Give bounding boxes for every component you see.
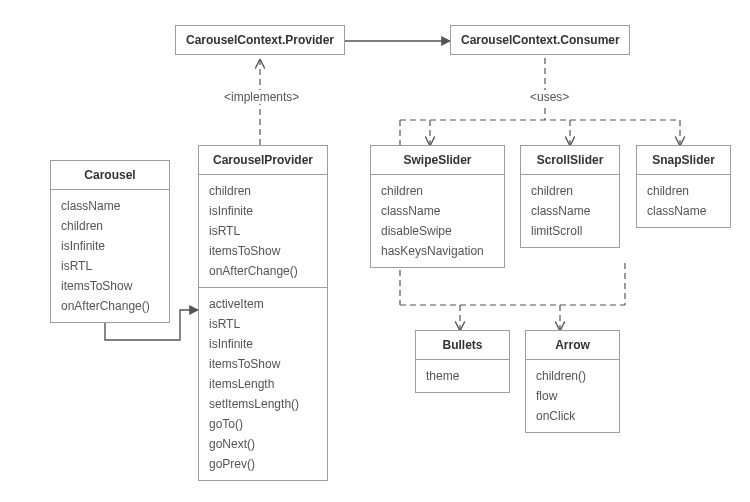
prop: children xyxy=(381,181,494,201)
prop: isInfinite xyxy=(209,334,317,354)
label-implements: <implements> xyxy=(222,90,301,104)
node-props: theme xyxy=(416,360,509,392)
node-props: children className xyxy=(637,175,730,227)
prop: className xyxy=(531,201,609,221)
prop: onAfterChange() xyxy=(61,296,159,316)
prop: isRTL xyxy=(209,221,317,241)
prop: goNext() xyxy=(209,434,317,454)
node-props: children() flow onClick xyxy=(526,360,619,432)
node-title: SnapSlider xyxy=(637,146,730,175)
prop: children xyxy=(61,216,159,236)
node-props: children className disableSwipe hasKeysN… xyxy=(371,175,504,267)
node-carousel: Carousel className children isInfinite i… xyxy=(50,160,170,323)
prop: flow xyxy=(536,386,609,406)
node-carousel-provider: CarouselProvider children isInfinite isR… xyxy=(198,145,328,481)
node-title: Arrow xyxy=(526,331,619,360)
prop: theme xyxy=(426,366,499,386)
node-arrow: Arrow children() flow onClick xyxy=(525,330,620,433)
prop: onAfterChange() xyxy=(209,261,317,281)
prop: children xyxy=(647,181,720,201)
prop: children() xyxy=(536,366,609,386)
prop: itemsLength xyxy=(209,374,317,394)
prop: itemsToShow xyxy=(209,241,317,261)
node-props: children isInfinite isRTL itemsToShow on… xyxy=(199,175,327,287)
node-context-consumer: CarouselContext.Consumer xyxy=(450,25,630,55)
prop: goTo() xyxy=(209,414,317,434)
node-bullets: Bullets theme xyxy=(415,330,510,393)
node-title: CarouselProvider xyxy=(199,146,327,175)
node-state: activeItem isRTL isInfinite itemsToShow … xyxy=(199,287,327,480)
prop: onClick xyxy=(536,406,609,426)
node-props: className children isInfinite isRTL item… xyxy=(51,190,169,322)
prop: setItemsLength() xyxy=(209,394,317,414)
prop: children xyxy=(209,181,317,201)
node-snap-slider: SnapSlider children className xyxy=(636,145,731,228)
node-title: ScrollSlider xyxy=(521,146,619,175)
node-props: children className limitScroll xyxy=(521,175,619,247)
node-scroll-slider: ScrollSlider children className limitScr… xyxy=(520,145,620,248)
diagram-canvas: CarouselContext.Provider (dashed, upward… xyxy=(0,0,750,502)
prop: className xyxy=(381,201,494,221)
node-title: SwipeSlider xyxy=(371,146,504,175)
prop: goPrev() xyxy=(209,454,317,474)
prop: className xyxy=(647,201,720,221)
prop: limitScroll xyxy=(531,221,609,241)
prop: children xyxy=(531,181,609,201)
prop: isInfinite xyxy=(209,201,317,221)
prop: activeItem xyxy=(209,294,317,314)
prop: isRTL xyxy=(61,256,159,276)
node-title: Carousel xyxy=(51,161,169,190)
node-title: CarouselContext.Consumer xyxy=(451,26,629,54)
node-title: CarouselContext.Provider xyxy=(176,26,344,54)
prop: isRTL xyxy=(209,314,317,334)
prop: hasKeysNavigation xyxy=(381,241,494,261)
prop: disableSwipe xyxy=(381,221,494,241)
node-swipe-slider: SwipeSlider children className disableSw… xyxy=(370,145,505,268)
label-uses: <uses> xyxy=(528,90,571,104)
node-title: Bullets xyxy=(416,331,509,360)
prop: isInfinite xyxy=(61,236,159,256)
prop: itemsToShow xyxy=(209,354,317,374)
prop: className xyxy=(61,196,159,216)
prop: itemsToShow xyxy=(61,276,159,296)
node-context-provider: CarouselContext.Provider xyxy=(175,25,345,55)
